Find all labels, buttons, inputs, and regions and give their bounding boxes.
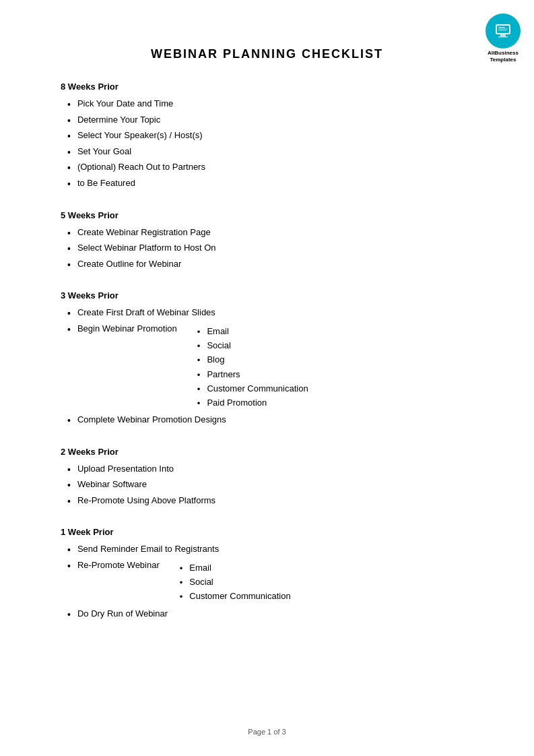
list-item-text: Webinar Software xyxy=(77,479,147,489)
list-item: to Be Featured xyxy=(61,178,473,191)
section-1week-heading: 1 Week Prior xyxy=(61,527,473,537)
logo-container: AllBusiness Templates xyxy=(486,13,521,63)
list-item: Paid Promotion xyxy=(177,398,308,410)
list-item-text: to Be Featured xyxy=(77,178,135,188)
sub-bullet-list: EmailSocialBlogPartnersCustomer Communic… xyxy=(177,326,308,412)
list-item: Determine Your Topic xyxy=(61,115,473,128)
logo-text: AllBusiness Templates xyxy=(488,50,519,63)
list-item-text: Select Webinar Platform to Host On xyxy=(77,243,216,253)
list-item: Select Webinar Platform to Host On xyxy=(61,243,473,256)
section-1week-list: Send Reminder Email to RegistrantsRe-Pro… xyxy=(61,544,473,621)
page-footer: Page 1 of 3 xyxy=(0,728,534,736)
list-item-text: Paid Promotion xyxy=(207,398,267,408)
list-item-text: Social xyxy=(189,577,213,587)
list-item: Complete Webinar Promotion Designs xyxy=(61,414,473,428)
list-item-text: Email xyxy=(207,326,229,336)
list-item-text: Create Webinar Registration Page xyxy=(77,227,211,237)
list-item-text: Determine Your Topic xyxy=(77,115,160,125)
sub-bullet-list: EmailSocialCustomer Communication xyxy=(160,563,291,606)
list-item: Upload Presentation Into xyxy=(61,464,473,477)
list-item-text: Do Dry Run of Webinar xyxy=(77,608,168,619)
svg-rect-5 xyxy=(498,29,508,30)
list-item-text: Email xyxy=(189,563,211,573)
list-item: Select Your Speaker(s) / Host(s) xyxy=(61,130,473,144)
list-item-text: Social xyxy=(207,340,230,350)
section-3weeks: 3 Weeks PriorCreate First Draft of Webin… xyxy=(61,290,473,427)
section-8weeks-list: Pick Your Date and TimeDetermine Your To… xyxy=(61,98,473,191)
list-item: Email xyxy=(177,326,308,338)
list-item-text: Re-Promote Webinar xyxy=(77,560,160,570)
list-item-text: Customer Communication xyxy=(189,591,290,601)
list-item-text: Customer Communication xyxy=(207,383,308,393)
list-item: Create Webinar Registration Page xyxy=(61,227,473,241)
list-item-text: Begin Webinar Promotion xyxy=(77,323,177,334)
list-item-text: Partners xyxy=(207,369,240,379)
section-3weeks-heading: 3 Weeks Prior xyxy=(61,290,473,301)
list-item-text: (Optional) Reach Out to Partners xyxy=(77,162,205,172)
list-item: Send Reminder Email to Registrants xyxy=(61,544,473,557)
list-item: Set Your Goal xyxy=(61,146,473,160)
list-item-text: Complete Webinar Promotion Designs xyxy=(77,414,226,424)
list-item: Webinar Software xyxy=(61,479,473,493)
svg-rect-1 xyxy=(500,34,506,36)
list-item: Do Dry Run of Webinar xyxy=(61,608,473,622)
svg-rect-2 xyxy=(498,36,508,38)
page: AllBusiness Templates WEBINAR PLANNING C… xyxy=(0,0,534,756)
section-8weeks: 8 Weeks PriorPick Your Date and TimeDete… xyxy=(61,82,473,191)
list-item-text: Send Reminder Email to Registrants xyxy=(77,544,219,554)
list-item: Partners xyxy=(177,369,308,381)
svg-rect-6 xyxy=(498,30,506,31)
list-item: Customer Communication xyxy=(160,591,291,603)
list-item: Pick Your Date and Time xyxy=(61,98,473,112)
section-5weeks: 5 Weeks PriorCreate Webinar Registration… xyxy=(61,210,473,272)
list-item: Create Outline for Webinar xyxy=(61,259,473,272)
list-item: Social xyxy=(177,340,308,352)
svg-rect-4 xyxy=(498,27,505,28)
list-item-text: Re-Promote Using Above Platforms xyxy=(77,495,215,505)
list-item: Re-Promote WebinarEmailSocialCustomer Co… xyxy=(61,560,473,606)
list-item-text: Set Your Goal xyxy=(77,146,131,156)
logo-circle xyxy=(486,13,521,49)
list-item: Re-Promote Using Above Platforms xyxy=(61,495,473,509)
list-item: (Optional) Reach Out to Partners xyxy=(61,162,473,175)
list-item: Customer Communication xyxy=(177,383,308,396)
page-number: Page 1 of 3 xyxy=(248,728,286,736)
list-item: Begin Webinar PromotionEmailSocialBlogPa… xyxy=(61,323,473,412)
section-5weeks-heading: 5 Weeks Prior xyxy=(61,210,473,220)
list-item: Create First Draft of Webinar Slides xyxy=(61,307,473,321)
list-item: Email xyxy=(160,563,291,575)
section-2weeks: 2 Weeks PriorUpload Presentation IntoWeb… xyxy=(61,447,473,509)
list-item-text: Pick Your Date and Time xyxy=(77,98,173,108)
sections-container: 8 Weeks PriorPick Your Date and TimeDete… xyxy=(61,82,473,621)
list-item-text: Upload Presentation Into xyxy=(77,464,174,474)
section-3weeks-list: Create First Draft of Webinar SlidesBegi… xyxy=(61,307,473,427)
list-item-text: Blog xyxy=(207,354,224,365)
list-item-text: Create First Draft of Webinar Slides xyxy=(77,307,215,317)
list-item-text: Create Outline for Webinar xyxy=(77,259,181,269)
list-item: Social xyxy=(160,577,291,589)
logo-icon xyxy=(494,22,512,40)
list-item: Blog xyxy=(177,354,308,367)
section-2weeks-list: Upload Presentation IntoWebinar Software… xyxy=(61,464,473,509)
section-8weeks-heading: 8 Weeks Prior xyxy=(61,82,473,92)
section-1week: 1 Week PriorSend Reminder Email to Regis… xyxy=(61,527,473,621)
section-2weeks-heading: 2 Weeks Prior xyxy=(61,447,473,457)
page-title: WEBINAR PLANNING CHECKLIST xyxy=(61,47,473,61)
list-item-text: Select Your Speaker(s) / Host(s) xyxy=(77,130,203,140)
section-5weeks-list: Create Webinar Registration PageSelect W… xyxy=(61,227,473,272)
